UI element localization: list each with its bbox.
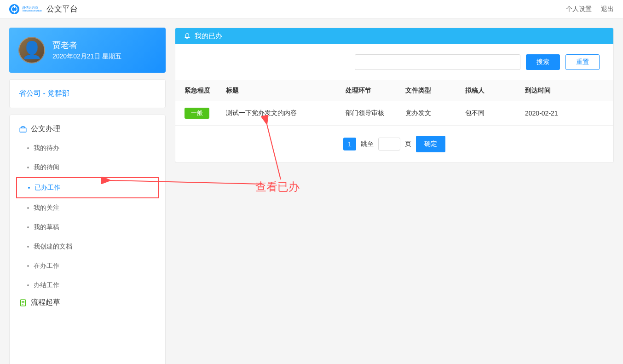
- logo-icon: [9, 4, 19, 14]
- panel-header: 我的已办: [175, 28, 613, 44]
- main-panel: 我的已办 搜索 重置 紧急程度 标题 处理环节 文件类型 拟稿人 到达时: [175, 28, 614, 163]
- nav-item-draft[interactable]: 我的草稿: [16, 218, 159, 237]
- org-department: 党群部: [47, 89, 69, 97]
- annotation-text: 查看已办: [255, 179, 300, 194]
- dot-icon: [27, 284, 29, 286]
- nav-section-workflow[interactable]: 流程起草: [10, 295, 165, 312]
- user-name: 贾老者: [52, 40, 121, 51]
- nav-item-done[interactable]: 已办工作: [16, 177, 159, 198]
- svg-rect-0: [20, 128, 26, 132]
- nav-item-todo[interactable]: 我的待办: [16, 139, 159, 158]
- nav-menu: 公文办理 我的待办 我的待阅 已办工作 我的关注 我的草稿 我创建的文档 在办工…: [9, 115, 166, 364]
- col-header-author: 拟稿人: [465, 87, 525, 95]
- org-company: 省公司: [19, 89, 41, 97]
- search-button[interactable]: 搜索: [526, 54, 560, 70]
- table-header-row: 紧急程度 标题 处理环节 文件类型 拟稿人 到达时间: [175, 80, 613, 101]
- briefcase-icon: [19, 125, 27, 133]
- nav-item-toread[interactable]: 我的待阅: [16, 158, 159, 177]
- pagination: 1 跳至 页 确定: [175, 126, 613, 162]
- data-table: 紧急程度 标题 处理环节 文件类型 拟稿人 到达时间 一般 测试一下党办发文的内…: [175, 80, 613, 126]
- table-row[interactable]: 一般 测试一下党办发文的内容 部门领导审核 党办发文 包不同 2020-02-2…: [175, 101, 613, 126]
- nav-item-finished[interactable]: 办结工作: [16, 276, 159, 295]
- search-bar: 搜索 重置: [175, 44, 613, 80]
- dot-icon: [28, 187, 30, 189]
- panel-title: 我的已办: [195, 32, 222, 40]
- nav-item-follow[interactable]: 我的关注: [16, 198, 159, 218]
- col-header-type: 文件类型: [405, 87, 465, 95]
- app-title: 公文平台: [46, 4, 78, 14]
- nav-item-inprogress[interactable]: 在办工作: [16, 256, 159, 276]
- cell-type: 党办发文: [405, 109, 465, 117]
- settings-link[interactable]: 个人设置: [566, 5, 592, 13]
- cell-date: 2020-02-21: [525, 110, 585, 117]
- urgency-badge: 一般: [185, 108, 209, 119]
- col-header-urgency: 紧急程度: [185, 87, 226, 95]
- page-number[interactable]: 1: [343, 138, 356, 150]
- dot-icon: [27, 147, 29, 149]
- page-input[interactable]: [378, 138, 400, 150]
- app-header: 通信运营商 Telecommunication 公文平台 个人设置 退出: [0, 0, 623, 18]
- nav-section-label: 公文办理: [31, 124, 60, 134]
- logo-section: 通信运营商 Telecommunication 公文平台: [9, 4, 78, 14]
- avatar: [18, 37, 45, 64]
- dot-icon: [27, 226, 29, 228]
- dot-icon: [27, 265, 29, 267]
- nav-section-label: 流程起草: [31, 298, 60, 307]
- logout-link[interactable]: 退出: [601, 5, 614, 13]
- search-input[interactable]: [355, 54, 520, 70]
- nav-item-created[interactable]: 我创建的文档: [16, 237, 159, 256]
- user-date: 2020年02月21日 星期五: [52, 52, 121, 61]
- cell-title: 测试一下党办发文的内容: [226, 109, 346, 117]
- col-header-stage: 处理环节: [346, 87, 405, 95]
- nav-section-documents[interactable]: 公文办理: [10, 121, 165, 139]
- jump-label: 跳至: [361, 140, 374, 148]
- document-icon: [19, 299, 27, 307]
- page-confirm-button[interactable]: 确定: [416, 136, 445, 152]
- cell-author: 包不同: [465, 109, 525, 117]
- org-card: 省公司 - 党群部: [9, 79, 166, 108]
- col-header-title: 标题: [226, 87, 346, 95]
- reset-button[interactable]: 重置: [565, 54, 600, 70]
- logo-text: 通信运营商 Telecommunication: [22, 6, 42, 12]
- bell-icon: [184, 33, 191, 40]
- col-header-date: 到达时间: [525, 87, 585, 95]
- dot-icon: [27, 246, 29, 248]
- page-suffix: 页: [405, 140, 411, 148]
- dot-icon: [27, 207, 29, 209]
- dot-icon: [27, 167, 29, 168]
- user-card: 贾老者 2020年02月21日 星期五: [9, 28, 166, 73]
- cell-stage: 部门领导审核: [346, 109, 405, 117]
